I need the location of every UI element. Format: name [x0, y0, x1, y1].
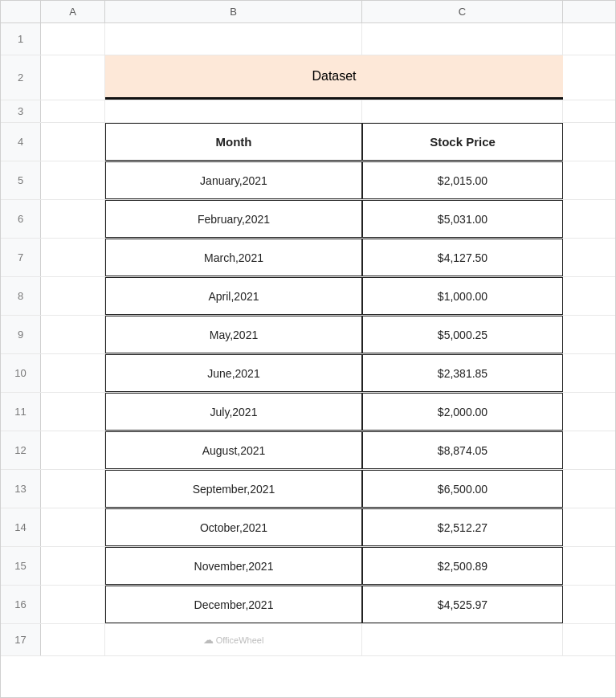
cell-b1[interactable]: [105, 23, 362, 55]
cell-a7[interactable]: [41, 239, 105, 276]
cell-c9-price[interactable]: $5,000.25: [362, 316, 563, 353]
row-num-6: 6: [1, 200, 41, 238]
table-header-price: Stock Price: [362, 123, 563, 161]
cell-b9-month[interactable]: May,2021: [105, 316, 362, 353]
cell-c3[interactable]: [362, 100, 563, 122]
col-header-b: B: [105, 1, 362, 22]
cell-a16[interactable]: [41, 586, 105, 623]
row-num-17: 17: [1, 624, 41, 655]
cell-a10[interactable]: [41, 354, 105, 392]
cell-c17[interactable]: [362, 624, 563, 655]
cell-a1[interactable]: [41, 23, 105, 55]
row-2: 2 Dataset: [1, 55, 615, 100]
row-num-11: 11: [1, 393, 41, 431]
cell-c11-price[interactable]: $2,000.00: [362, 393, 563, 431]
row-12: 12 August,2021 $8,874.05: [1, 431, 615, 470]
col-header-a: A: [41, 1, 105, 22]
cell-c6-price[interactable]: $5,031.00: [362, 200, 563, 238]
row-10: 10 June,2021 $2,381.85: [1, 354, 615, 393]
cell-c13-price[interactable]: $6,500.00: [362, 470, 563, 508]
cell-a3[interactable]: [41, 100, 105, 122]
row-13: 13 September,2021 $6,500.00: [1, 470, 615, 508]
corner-cell: [1, 1, 41, 22]
dataset-merged-cell: Dataset: [105, 55, 563, 100]
spreadsheet: A B C 1 2 Dataset 3: [0, 0, 616, 698]
cell-c5-price[interactable]: $2,015.00: [362, 161, 563, 199]
cell-c16-price[interactable]: $4,525.97: [362, 586, 563, 623]
cell-b16-month[interactable]: December,2021: [105, 586, 362, 623]
cell-c12-price[interactable]: $8,874.05: [362, 431, 563, 469]
row-num-14: 14: [1, 508, 41, 546]
cell-b5-month[interactable]: January,2021: [105, 161, 362, 199]
row-num-15: 15: [1, 547, 41, 585]
table-header-month: Month: [105, 123, 362, 161]
row-17: 17 ☁ OfficeWheel: [1, 624, 615, 656]
col-header-c: C: [362, 1, 563, 22]
row-num-9: 9: [1, 316, 41, 353]
cell-b12-month[interactable]: August,2021: [105, 431, 362, 469]
cell-a4[interactable]: [41, 123, 105, 161]
cell-c1[interactable]: [362, 23, 563, 55]
row-1: 1: [1, 23, 615, 55]
cell-b17[interactable]: ☁ OfficeWheel: [105, 624, 362, 655]
cell-a9[interactable]: [41, 316, 105, 353]
cell-c15-price[interactable]: $2,500.89: [362, 547, 563, 585]
cell-a12[interactable]: [41, 431, 105, 469]
cell-c7-price[interactable]: $4,127.50: [362, 239, 563, 276]
cell-a13[interactable]: [41, 470, 105, 508]
row-4-header: 4 Month Stock Price: [1, 123, 615, 161]
row-num-5: 5: [1, 161, 41, 199]
cell-b3[interactable]: [105, 100, 362, 122]
row-6: 6 February,2021 $5,031.00: [1, 200, 615, 239]
cell-a8[interactable]: [41, 277, 105, 315]
cell-a5[interactable]: [41, 161, 105, 199]
row-16: 16 December,2021 $4,525.97: [1, 586, 615, 624]
cell-c14-price[interactable]: $2,512.27: [362, 508, 563, 546]
cell-a2[interactable]: [41, 55, 105, 100]
cell-b10-month[interactable]: June,2021: [105, 354, 362, 392]
row-11: 11 July,2021 $2,000.00: [1, 393, 615, 431]
cell-b7-month[interactable]: March,2021: [105, 239, 362, 276]
watermark-text: OfficeWheel: [216, 635, 264, 645]
row-num-8: 8: [1, 277, 41, 315]
cell-a6[interactable]: [41, 200, 105, 238]
row-num-4: 4: [1, 123, 41, 161]
rows-container: 1 2 Dataset 3 4 Month: [1, 23, 615, 697]
dataset-underline: [105, 97, 563, 100]
cell-a15[interactable]: [41, 547, 105, 585]
row-5: 5 January,2021 $2,015.00: [1, 161, 615, 200]
row-num-2: 2: [1, 55, 41, 100]
watermark: ☁ OfficeWheel: [203, 634, 264, 646]
data-rows: 5 January,2021 $2,015.00 6 February,2021…: [1, 161, 615, 624]
cell-b8-month[interactable]: April,2021: [105, 277, 362, 315]
row-num-3: 3: [1, 100, 41, 122]
row-3: 3: [1, 100, 615, 123]
row-7: 7 March,2021 $4,127.50: [1, 239, 615, 277]
row-14: 14 October,2021 $2,512.27: [1, 508, 615, 547]
row-num-16: 16: [1, 586, 41, 623]
cell-a17[interactable]: [41, 624, 105, 655]
cell-b14-month[interactable]: October,2021: [105, 508, 362, 546]
column-headers: A B C: [1, 1, 615, 23]
cell-b11-month[interactable]: July,2021: [105, 393, 362, 431]
dataset-title: Dataset: [105, 55, 563, 97]
cell-c10-price[interactable]: $2,381.85: [362, 354, 563, 392]
row-num-13: 13: [1, 470, 41, 508]
cell-a14[interactable]: [41, 508, 105, 546]
cell-a11[interactable]: [41, 393, 105, 431]
cell-b15-month[interactable]: November,2021: [105, 547, 362, 585]
cell-b6-month[interactable]: February,2021: [105, 200, 362, 238]
cell-c8-price[interactable]: $1,000.00: [362, 277, 563, 315]
row-num-7: 7: [1, 239, 41, 276]
dataset-label: Dataset: [312, 69, 356, 84]
row-num-10: 10: [1, 354, 41, 392]
row-num-12: 12: [1, 431, 41, 469]
row-15: 15 November,2021 $2,500.89: [1, 547, 615, 586]
cell-b13-month[interactable]: September,2021: [105, 470, 362, 508]
row-num-1: 1: [1, 23, 41, 55]
row-8: 8 April,2021 $1,000.00: [1, 277, 615, 316]
row-9: 9 May,2021 $5,000.25: [1, 316, 615, 354]
watermark-icon: ☁: [203, 634, 214, 646]
